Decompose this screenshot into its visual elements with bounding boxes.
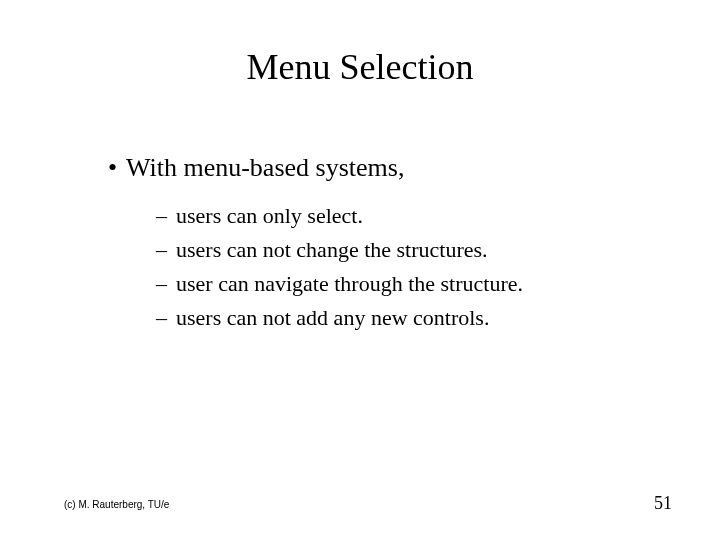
bullet-marker: • — [108, 150, 126, 185]
slide: Menu Selection •With menu-based systems,… — [0, 0, 720, 540]
sub-bullet-item: –users can not change the structures. — [156, 233, 668, 267]
slide-body: •With menu-based systems, –users can onl… — [108, 150, 668, 335]
dash-marker: – — [156, 233, 176, 267]
bullet-text: With menu-based systems, — [126, 153, 404, 182]
bullet-item: •With menu-based systems, — [108, 150, 668, 185]
sub-bullet-text: users can only select. — [176, 203, 363, 228]
sub-bullet-text: user can navigate through the structure. — [176, 271, 523, 296]
sub-bullet-item: –users can only select. — [156, 199, 668, 233]
footer-copyright: (c) M. Rauterberg, TU/e — [64, 499, 169, 510]
sub-bullet-item: –users can not add any new controls. — [156, 301, 668, 335]
slide-number: 51 — [654, 493, 672, 514]
slide-title: Menu Selection — [0, 46, 720, 88]
sub-bullet-text: users can not change the structures. — [176, 237, 488, 262]
sub-bullet-text: users can not add any new controls. — [176, 305, 489, 330]
dash-marker: – — [156, 301, 176, 335]
dash-marker: – — [156, 199, 176, 233]
sub-bullet-item: –user can navigate through the structure… — [156, 267, 668, 301]
sub-bullet-list: –users can only select. –users can not c… — [156, 199, 668, 335]
dash-marker: – — [156, 267, 176, 301]
